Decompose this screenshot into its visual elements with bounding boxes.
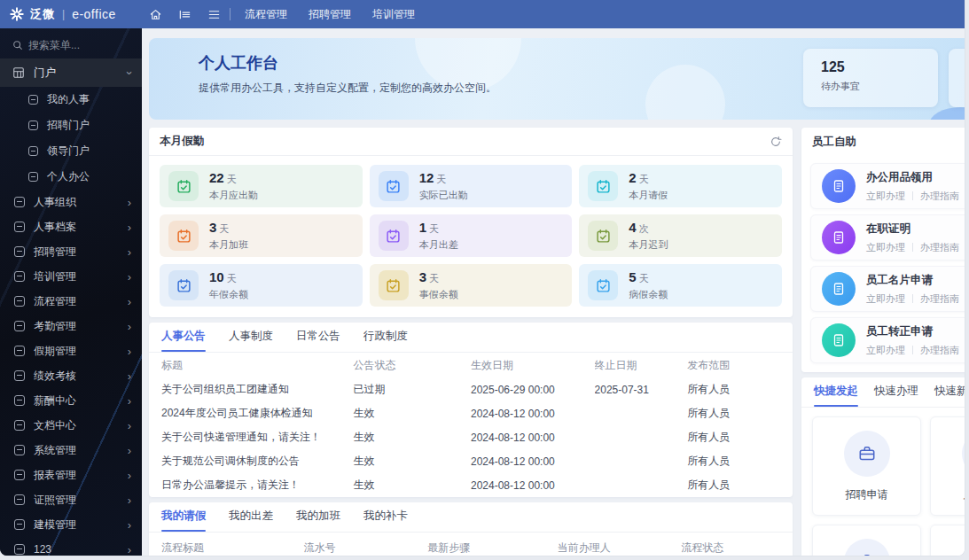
announcement-title[interactable]: 日常办公温馨提示，请关注！ — [161, 478, 353, 493]
announcement-scope: 所有人员 — [687, 406, 780, 421]
sidebar-item-label: 证照管理 — [34, 493, 119, 508]
sidebar-item-label: 人事档案 — [34, 220, 119, 235]
sidebar-sub-item[interactable]: 招聘门户 — [0, 113, 142, 138]
quick-launch-tab[interactable]: 快速新建 — [934, 384, 965, 407]
announcement-title[interactable]: 关于规范公司调休制度的公告 — [161, 454, 353, 469]
my-flows-tab[interactable]: 我的请假 — [161, 509, 206, 532]
sidebar-item[interactable]: 建模管理 › — [0, 512, 142, 537]
quick-launch-tab[interactable]: 快捷发起 — [814, 384, 858, 407]
attendance-stat-card[interactable]: 5天 病假余额 — [579, 264, 782, 307]
sidebar-item[interactable]: 培训管理 › — [0, 264, 142, 289]
refresh-icon[interactable] — [770, 136, 782, 148]
announcement-tab[interactable]: 人事制度 — [229, 329, 273, 352]
self-service-card[interactable]: 办公用品领用 立即办理 办理指南 — [810, 163, 965, 209]
self-service-card[interactable]: 在职证明 立即办理 办理指南 — [810, 214, 965, 261]
announcement-tab[interactable]: 行政制度 — [363, 329, 408, 352]
attendance-stat-card[interactable]: 10天 年假余额 — [160, 264, 363, 307]
attendance-stat-card[interactable]: 3天 本月加班 — [160, 214, 363, 257]
sidebar-item-portal[interactable]: 门户 › — [0, 58, 142, 87]
sidebar-item-label: 培训管理 — [34, 269, 119, 284]
topbar-menu-item[interactable]: 培训管理 — [372, 7, 415, 22]
topbar-menu-item[interactable]: 流程管理 — [245, 7, 287, 22]
sidebar-sub-item[interactable]: 个人办公 — [0, 164, 142, 190]
contract-stat-card[interactable]: 3 我的合同 — [949, 49, 965, 107]
module-icon — [14, 296, 25, 307]
sidebar-item[interactable]: 人事组织 › — [0, 190, 142, 214]
sidebar-item[interactable]: 流程管理 › — [0, 289, 142, 314]
attendance-stat-card[interactable]: 1天 本月出差 — [370, 214, 573, 257]
handle-now-link[interactable]: 立即办理 — [866, 190, 905, 203]
announcement-row[interactable]: 日常办公温馨提示，请关注！ 生效 2024-08-12 00:00 所有人员 — [149, 473, 793, 497]
announcement-title[interactable]: 关于公司组织员工团建通知 — [161, 382, 353, 397]
quick-launch-tab[interactable]: 快速办理 — [874, 384, 918, 407]
module-icon — [14, 246, 25, 257]
announcement-tab[interactable]: 日常公告 — [296, 329, 340, 352]
home-icon[interactable] — [149, 8, 162, 21]
announcement-row[interactable]: 关于规范公司调休制度的公告 生效 2024-08-12 00:00 所有人员 — [149, 449, 793, 473]
sidebar-item[interactable]: 考勤管理 › — [0, 314, 142, 338]
self-service-icon — [822, 221, 856, 254]
sidebar-item[interactable]: 123 › — [0, 537, 142, 556]
announcement-title[interactable]: 2024年度公司员工健康体检通知 — [161, 406, 353, 421]
guide-link[interactable]: 办理指南 — [920, 241, 959, 254]
my-flows-tab[interactable]: 我的补卡 — [363, 509, 408, 532]
sidebar-item[interactable]: 报表管理 › — [0, 463, 142, 487]
guide-link[interactable]: 办理指南 — [920, 190, 959, 203]
decorative-blob — [929, 107, 965, 120]
sidebar-item-label: 人事组织 — [34, 195, 119, 210]
chevron-right-icon: › — [128, 544, 131, 556]
announcement-tab[interactable]: 人事公告 — [161, 329, 206, 352]
handle-now-link[interactable]: 立即办理 — [866, 292, 905, 306]
self-service-card[interactable]: 员工转正申请 立即办理 办理指南 — [810, 317, 965, 363]
quick-launch-card[interactable]: 收入证明 — [930, 525, 965, 556]
handle-now-link[interactable]: 立即办理 — [866, 241, 905, 254]
sidebar-item[interactable]: 文档中心 › — [0, 413, 142, 438]
sidebar-item-label: 文档中心 — [34, 418, 119, 433]
attendance-stat-card[interactable]: 3天 事假余额 — [370, 264, 573, 307]
topbar-menus: 流程管理招聘管理培训管理 — [245, 7, 415, 22]
sidebar-item[interactable]: 系统管理 › — [0, 438, 142, 463]
sidebar-sub-item[interactable]: 我的人事 — [0, 87, 142, 113]
handle-now-link[interactable]: 立即办理 — [866, 344, 905, 357]
announcement-row[interactable]: 关于公司快递管理通知，请关注！ 生效 2024-08-12 00:00 所有人员 — [149, 425, 793, 449]
guide-link[interactable]: 办理指南 — [920, 292, 959, 306]
todo-stat-card[interactable]: 125 待办事宜 — [803, 49, 938, 107]
sidebar-search[interactable] — [0, 28, 142, 58]
attendance-stat-card[interactable]: 22天 本月应出勤 — [160, 165, 363, 207]
announcement-title[interactable]: 关于公司快递管理通知，请关注！ — [161, 430, 353, 445]
sidebar-sub-item[interactable]: 领导门户 — [0, 138, 142, 164]
menu-icon[interactable] — [207, 8, 221, 21]
sidebar-item[interactable]: 假期管理 › — [0, 338, 142, 363]
quick-launch-card[interactable]: 入职申请 — [930, 416, 965, 516]
quick-launch-card[interactable]: 在职证明 — [812, 525, 921, 556]
collapse-sidebar-icon[interactable] — [178, 8, 191, 21]
my-flows-tab[interactable]: 我的加班 — [296, 509, 340, 532]
guide-link[interactable]: 办理指南 — [920, 344, 959, 357]
attendance-stat-card[interactable]: 12天 实际已出勤 — [370, 165, 573, 207]
sidebar-item[interactable]: 绩效考核 › — [0, 363, 142, 388]
announcement-row[interactable]: 2024年度公司员工健康体检通知 生效 2024-08-12 00:00 所有人… — [149, 401, 793, 425]
quick-launch-card[interactable]: 招聘申请 — [812, 416, 921, 516]
self-service-card-title: 员工名片申请 — [866, 273, 959, 288]
announcement-scope: 所有人员 — [687, 454, 780, 469]
attendance-card-icon — [588, 270, 618, 300]
announcement-row[interactable]: 关于公司组织员工团建通知 已过期 2025-06-29 00:00 2025-0… — [149, 377, 793, 401]
sidebar-item[interactable]: 薪酬中心 › — [0, 388, 142, 413]
topbar-menu-item[interactable]: 招聘管理 — [309, 7, 351, 22]
portal-page-icon — [28, 146, 38, 156]
attendance-stat-card[interactable]: 4次 本月迟到 — [579, 214, 782, 257]
search-input[interactable] — [28, 39, 126, 51]
chevron-right-icon: › — [128, 321, 131, 332]
attendance-label: 实际已出勤 — [419, 189, 468, 202]
portal-page-icon — [28, 121, 38, 130]
sidebar-item[interactable]: 招聘管理 › — [0, 239, 142, 264]
module-icon — [14, 370, 25, 381]
chevron-down-icon: › — [123, 71, 135, 74]
attendance-card-icon — [168, 270, 199, 300]
my-flows-tab[interactable]: 我的出差 — [229, 509, 273, 532]
sidebar-item[interactable]: 证照管理 › — [0, 487, 142, 512]
sidebar-item[interactable]: 人事档案 › — [0, 214, 142, 239]
attendance-stat-card[interactable]: 2天 本月请假 — [579, 165, 782, 207]
self-service-card[interactable]: 员工名片申请 立即办理 办理指南 — [810, 266, 965, 312]
module-icon — [14, 271, 25, 282]
